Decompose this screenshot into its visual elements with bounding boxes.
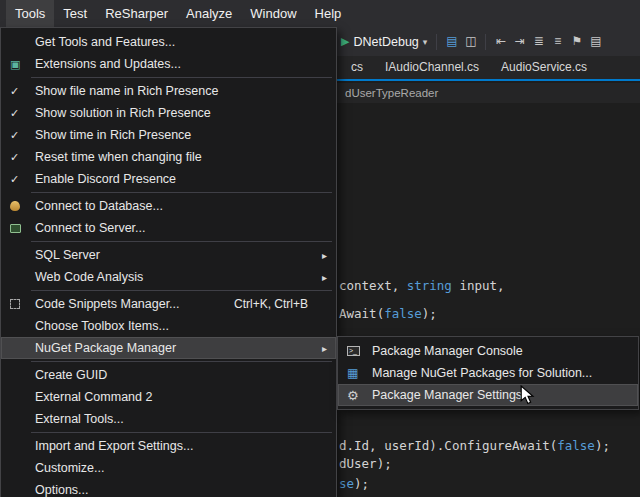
menu-divider: [31, 241, 332, 242]
menu-item-nuget-package-manager[interactable]: NuGet Package Manager ▸: [1, 337, 336, 359]
menu-item-show-file-name-rich-presence[interactable]: ✓ Show file name in Rich Presence: [1, 80, 336, 102]
menu-item-external-tools[interactable]: External Tools...: [1, 408, 336, 430]
check-icon: ✓: [10, 129, 19, 142]
menu-item-choose-toolbox-items[interactable]: Choose Toolbox Items...: [1, 315, 336, 337]
indent-decrease-icon[interactable]: ⇤: [491, 27, 510, 56]
gear-icon: ⚙: [347, 389, 359, 402]
code-line: Await(false);: [339, 306, 437, 321]
toolbar-divider: [436, 34, 437, 50]
check-icon: ✓: [10, 173, 19, 186]
server-icon: [10, 224, 21, 233]
shortcut-label: Ctrl+K, Ctrl+B: [234, 297, 328, 311]
submenu-arrow-icon: ▸: [322, 250, 327, 261]
check-icon: ✓: [10, 85, 19, 98]
menu-item-options[interactable]: Options...: [1, 479, 336, 497]
menu-item-connect-to-database[interactable]: Connect to Database...: [1, 195, 336, 217]
menu-item-connect-to-server[interactable]: Connect to Server...: [1, 217, 336, 239]
menubar-item-analyze[interactable]: Analyze: [177, 0, 241, 27]
menubar-item-tools[interactable]: Tools: [6, 0, 54, 27]
menu-item-create-guid[interactable]: Create GUID: [1, 364, 336, 386]
submenu-arrow-icon: ▸: [322, 343, 327, 354]
code-line: se);: [339, 476, 369, 491]
bookmark-icon[interactable]: ⚑: [567, 27, 586, 56]
tab-partial[interactable]: cs: [340, 56, 374, 79]
chevron-down-icon[interactable]: ▾: [423, 37, 428, 47]
menu-bar: Tools Test ReSharper Analyze Window Help: [0, 0, 640, 27]
menu-item-manage-nuget-packages-for-solution[interactable]: ▦ Manage NuGet Packages for Solution...: [338, 362, 638, 384]
vs-window: Tools Test ReSharper Analyze Window Help…: [0, 0, 640, 497]
menu-item-show-time-rich-presence[interactable]: ✓ Show time in Rich Presence: [1, 124, 336, 146]
console-icon: >_: [347, 346, 360, 356]
menu-item-package-manager-settings[interactable]: ⚙ Package Manager Settings: [338, 384, 638, 406]
member-list-icon[interactable]: ▤: [442, 27, 461, 56]
menu-item-import-and-export-settings[interactable]: Import and Export Settings...: [1, 435, 336, 457]
menu-item-web-code-analysis[interactable]: Web Code Analysis ▸: [1, 266, 336, 288]
menu-item-sql-server[interactable]: SQL Server ▸: [1, 244, 336, 266]
snippets-icon: [10, 299, 20, 309]
nuget-submenu: >_ Package Manager Console ▦ Manage NuGe…: [337, 336, 639, 410]
debug-target-dropdown[interactable]: DNetDebug: [353, 35, 418, 49]
menu-item-package-manager-console[interactable]: >_ Package Manager Console: [338, 340, 638, 362]
menu-divider: [31, 192, 332, 193]
menu-divider: [31, 290, 332, 291]
extensions-icon: ▣: [10, 58, 20, 71]
menu-item-external-command-2[interactable]: External Command 2: [1, 386, 336, 408]
uncomment-icon[interactable]: ≡: [548, 27, 567, 56]
menu-item-code-snippets-manager[interactable]: Code Snippets Manager... Ctrl+K, Ctrl+B: [1, 293, 336, 315]
tab-iaudiochannel[interactable]: IAudioChannel.cs: [374, 56, 490, 79]
check-icon: ✓: [10, 107, 19, 120]
submenu-arrow-icon: ▸: [322, 272, 327, 283]
menubar-item-window[interactable]: Window: [241, 0, 305, 27]
menu-item-show-solution-rich-presence[interactable]: ✓ Show solution in Rich Presence: [1, 102, 336, 124]
comment-icon[interactable]: ≣: [529, 27, 548, 56]
menubar-item-resharper[interactable]: ReSharper: [96, 0, 177, 27]
tools-menu: Get Tools and Features... ▣ Extensions a…: [0, 27, 337, 497]
menu-item-reset-time-when-changing-file[interactable]: ✓ Reset time when changing file: [1, 146, 336, 168]
toolbar-divider: [485, 34, 486, 50]
tab-audioservice[interactable]: AudioService.cs: [490, 56, 598, 79]
code-line: context, string input,: [339, 278, 505, 293]
packages-icon: ▦: [347, 366, 358, 380]
menu-item-get-tools-and-features[interactable]: Get Tools and Features...: [1, 31, 336, 53]
bookmark-list-icon[interactable]: ▤: [586, 27, 605, 56]
menu-divider: [31, 432, 332, 433]
menu-item-extensions-and-updates[interactable]: ▣ Extensions and Updates...: [1, 53, 336, 75]
database-icon: [10, 201, 20, 211]
code-line: dUser);: [339, 456, 392, 471]
menubar-item-test[interactable]: Test: [54, 0, 96, 27]
menu-item-customize[interactable]: Customize...: [1, 457, 336, 479]
menu-divider: [31, 361, 332, 362]
menu-item-enable-discord-presence[interactable]: ✓ Enable Discord Presence: [1, 168, 336, 190]
code-line: d.Id, userId).ConfigureAwait(false);: [339, 438, 610, 453]
start-debug-icon[interactable]: ▶: [341, 35, 349, 48]
menubar-item-help[interactable]: Help: [306, 0, 351, 27]
quick-info-icon[interactable]: ◫: [461, 27, 480, 56]
check-icon: ✓: [10, 151, 19, 164]
indent-increase-icon[interactable]: ⇥: [510, 27, 529, 56]
menu-divider: [31, 77, 332, 78]
breadcrumb-type-name: dUserTypeReader: [345, 87, 438, 99]
